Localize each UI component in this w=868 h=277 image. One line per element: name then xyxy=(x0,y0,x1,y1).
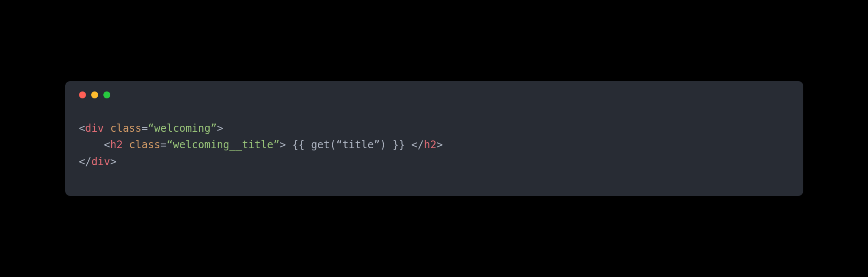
space xyxy=(123,139,129,151)
tag-name: h2 xyxy=(110,139,123,151)
code-line-2: <h2 class=“welcoming__title”> {{ get(“ti… xyxy=(79,139,443,151)
bracket: < xyxy=(79,122,85,134)
bracket: > xyxy=(436,139,442,151)
code-line-3: </div> xyxy=(79,156,117,168)
template-expression: {{ get(“title”) }} xyxy=(286,139,411,151)
bracket: > xyxy=(280,139,286,151)
attr-value: “welcoming__title” xyxy=(167,139,280,151)
window-controls xyxy=(79,91,789,98)
attr-name: class xyxy=(110,122,142,134)
code-content: <div class=“welcoming”> <h2 class=“welco… xyxy=(79,120,789,170)
window-maximize-button[interactable] xyxy=(103,91,110,98)
attr-name: class xyxy=(129,139,160,151)
code-line-1: <div class=“welcoming”> xyxy=(79,122,223,134)
bracket: </ xyxy=(411,139,424,151)
indent xyxy=(79,139,104,151)
tag-name: div xyxy=(91,156,110,168)
bracket: < xyxy=(104,139,110,151)
bracket: > xyxy=(217,122,223,134)
bracket: </ xyxy=(79,156,92,168)
tag-name: div xyxy=(85,122,104,134)
bracket: > xyxy=(110,156,116,168)
equals: = xyxy=(160,139,166,151)
window-minimize-button[interactable] xyxy=(91,91,98,98)
space xyxy=(104,122,110,134)
code-editor-window: <div class=“welcoming”> <h2 class=“welco… xyxy=(65,81,803,196)
equals: = xyxy=(142,122,148,134)
tag-name: h2 xyxy=(424,139,436,151)
attr-value: “welcoming” xyxy=(148,122,217,134)
window-close-button[interactable] xyxy=(79,91,86,98)
